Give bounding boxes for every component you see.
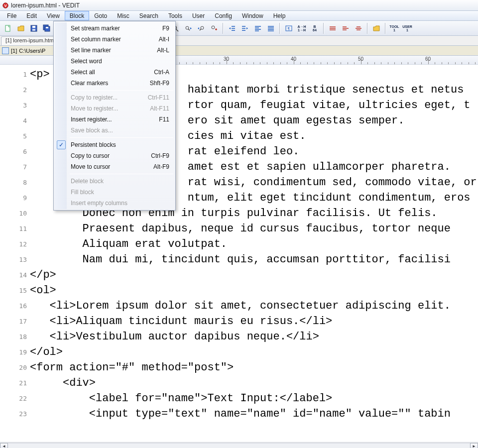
line-number: 6 [0,144,27,159]
menu-item-fill-block: Fill block [55,187,174,198]
align-justify-button[interactable] [265,22,277,34]
line-number: 11 [0,221,27,236]
open-file-button[interactable] [15,22,27,34]
line-gutter: 1234567891011121314151617181920212223 [0,65,30,442]
svg-text:V: V [4,3,7,7]
menu-view[interactable]: View [42,11,65,20]
menu-separator [70,137,173,138]
menu-item-label: Copy to cursor [71,152,110,159]
red-center-button[interactable] [353,22,364,34]
replace-button[interactable] [208,22,220,34]
line-number: 12 [0,236,27,252]
menu-item-label: Set line marker [71,47,111,54]
svg-rect-2 [5,25,10,31]
ruler-label: 40 [291,56,296,62]
find-next-button[interactable] [182,22,194,34]
line-number: 13 [0,252,27,267]
menu-search[interactable]: Search [134,11,163,20]
menu-item-shortcut: Alt-F11 [150,105,169,112]
scroll-left-button[interactable]: ◄ [0,443,8,448]
menu-item-shortcut: Ctrl-F11 [148,94,169,101]
new-file-button[interactable] [2,22,14,34]
menu-item-label: Persistent blocks [71,141,116,148]
svg-rect-5 [32,29,35,31]
show-whitespace-button[interactable]: ¶ [283,22,295,34]
line-number: 22 [0,391,27,406]
svg-line-26 [200,29,201,30]
menu-item-set-line-marker[interactable]: Set line markerAlt-L [55,45,174,56]
menu-item-set-column-marker[interactable]: Set column markerAlt-I [55,34,174,45]
menu-item-label: Move to register... [71,105,118,112]
menu-block[interactable]: Block [65,11,89,20]
line-number: 1 [0,67,27,82]
menu-help[interactable]: Help [268,11,291,20]
svg-rect-4 [32,26,35,28]
menubar: File Edit View Block Goto Misc Search To… [0,11,478,21]
find-prev-button[interactable] [195,22,207,34]
menu-item-shortcut: Alt-I [159,36,169,43]
svg-rect-8 [46,27,48,28]
line-number: 3 [0,98,27,113]
menu-item-shortcut: F9 [162,25,169,32]
folder-button[interactable] [370,22,382,34]
line-number: 10 [0,206,27,221]
line-number: 2 [0,82,27,98]
menu-user[interactable]: User [187,11,210,20]
menu-item-delete-block: Delete block [55,176,174,187]
menu-misc[interactable]: Misc [112,11,134,20]
menu-item-select-word[interactable]: Select word [55,56,174,67]
menu-item-set-stream-marker[interactable]: Set stream markerF9 [55,23,174,34]
menu-tools[interactable]: Tools [163,11,187,20]
menu-item-insert-empty-columns: Insert empty columns [55,198,174,209]
menu-window[interactable]: Window [237,11,268,20]
menu-item-shortcut: Alt-F9 [153,163,169,170]
user1-button[interactable]: USER1 [401,22,413,34]
ascii-hex-button[interactable]: A→H1→H [296,22,308,34]
check-icon: ✓ [57,140,66,149]
tool1-button[interactable]: TOOL1 [388,22,400,34]
outdent-button[interactable] [226,22,238,34]
menu-item-shortcut: Alt-L [157,47,169,54]
menu-item-copy-to-cursor[interactable]: Copy to cursorCtrl-F9 [55,150,174,161]
scroll-right-button[interactable]: ► [470,443,478,448]
line-number: 5 [0,128,27,144]
line-number: 17 [0,314,27,329]
menu-item-save-block-as: Save block as... [55,125,174,136]
menu-item-clear-markers[interactable]: Clear markersShft-F9 [55,78,174,89]
menu-config[interactable]: Config [210,11,237,20]
menu-item-shortcut: F11 [159,116,169,123]
menu-edit[interactable]: Edit [21,11,42,20]
menu-item-label: Select word [71,58,102,65]
menu-item-label: Insert empty columns [71,200,127,207]
byte-64-button[interactable]: B64 [309,22,321,34]
indent-button[interactable] [239,22,251,34]
menu-item-move-to-cursor[interactable]: Move to cursorAlt-F9 [55,161,174,172]
horizontal-scrollbar[interactable]: ◄ ► [0,442,478,448]
red-align-button[interactable] [340,22,352,34]
line-number: 8 [0,175,27,190]
menu-item-select-all[interactable]: Select allCtrl-A [55,67,174,78]
line-number: 19 [0,344,27,360]
menu-file[interactable]: File [2,11,21,20]
document-tab[interactable]: [1] lorem-ipsum.html [1,36,60,45]
menu-item-shortcut: Ctrl-A [154,69,169,76]
app-icon: V [2,2,9,9]
block-menu-dropdown: Set stream markerF9Set column markerAlt-… [53,21,176,211]
align-left-button[interactable] [252,22,264,34]
line-number: 9 [0,190,27,206]
line-number: 15 [0,283,27,298]
red-line-button[interactable] [327,22,339,34]
titlebar: V lorem-ipsum.html - VEDIT [0,0,478,11]
menu-item-insert-register[interactable]: Insert register...F11 [55,114,174,125]
save-button[interactable] [28,22,40,34]
ruler-label: 30 [224,56,229,62]
scroll-track[interactable] [8,443,470,448]
menu-item-label: Fill block [71,189,94,196]
menu-item-persistent-blocks[interactable]: ✓Persistent blocks [55,139,174,150]
menu-goto[interactable]: Goto [89,11,112,20]
svg-line-24 [188,29,190,30]
save-all-button[interactable] [41,22,53,34]
svg-text:¶: ¶ [288,26,290,31]
menu-item-label: Set column marker [71,36,121,43]
menu-separator [70,90,173,91]
